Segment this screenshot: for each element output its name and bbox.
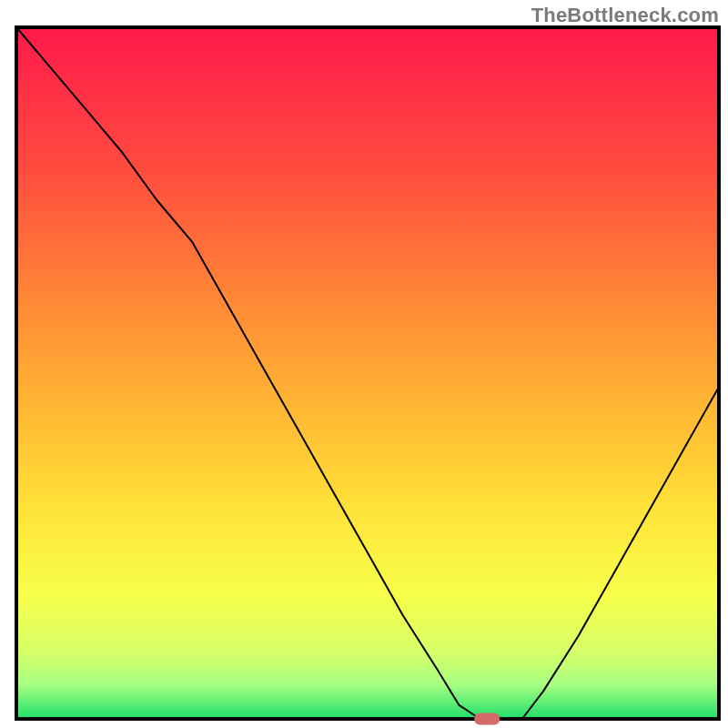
optimal-marker — [474, 713, 500, 725]
bottleneck-chart — [0, 0, 728, 728]
watermark-text: TheBottleneck.com — [531, 4, 719, 27]
plot-background — [16, 27, 719, 719]
chart-container: TheBottleneck.com — [0, 0, 728, 728]
